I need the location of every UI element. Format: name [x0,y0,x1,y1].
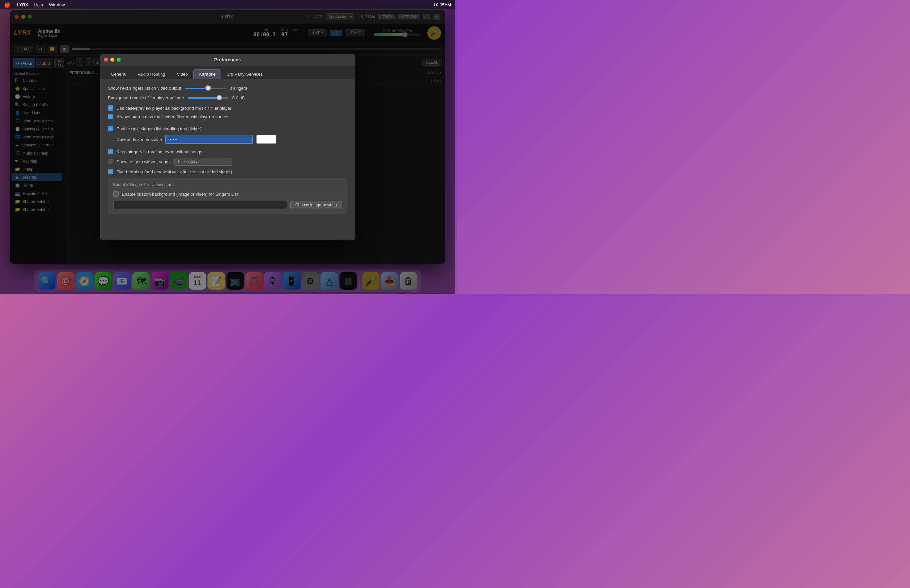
karaoke-singers-box: Karaoke Singers List video output Enable… [108,178,347,214]
custom-ticker-row: Custom ticker message [117,135,347,144]
use-case-label: Use case/preview player as background mu… [117,105,232,111]
menubar: 🍎 LYRX Help Window 10:05AM [0,0,455,10]
custom-ticker-label: Custom ticker message [117,137,162,142]
keep-singers-checkbox[interactable]: ✓ [108,149,113,154]
prefs-close-button[interactable] [104,58,108,62]
color-swatch[interactable] [256,135,277,144]
bg-music-row: Background music / filler player volume … [108,95,347,100]
show-next-singers-row: Show next singers list on video output 3… [108,86,347,91]
always-start-row: ✓ Always start a new track when filler m… [108,114,347,119]
always-start-checkbox[interactable]: ✓ [108,114,113,119]
help-menu[interactable]: Help [34,2,43,7]
bg-music-value: 0.0 dB [232,95,253,100]
preferences-dialog: Preferences General Audio Routing Video … [100,54,355,240]
use-case-checkbox[interactable]: ✓ [108,105,113,111]
prefs-fullscreen-button[interactable] [117,58,121,62]
show-without-checkbox[interactable] [108,159,113,164]
tab-video[interactable]: Video [171,69,193,79]
tab-3rd-party[interactable]: 3rd Party Services [221,69,268,79]
pick-a-song-input[interactable] [174,158,232,166]
enable-ticker-checkbox[interactable]: ✓ [108,126,113,131]
app-menu[interactable]: LYRX [17,2,28,7]
enable-ticker-label: Enable next singers list scrolling text … [117,126,202,131]
use-case-row: ✓ Use case/preview player as background … [108,105,347,111]
show-next-label: Show next singers list on video output [108,86,181,91]
show-next-slider[interactable] [185,88,226,89]
modal-overlay: Preferences General Audio Routing Video … [0,0,455,294]
prefs-title: Preferences [214,57,241,63]
enable-bg-row: Enable custom background (image or video… [113,191,342,197]
window-menu[interactable]: Window [49,2,65,7]
fixed-rotation-label: Fixed rotation (add a new singer after t… [117,170,232,174]
tab-karaoke[interactable]: Karaoke [193,69,221,79]
fixed-rotation-checkbox[interactable]: ✓ [108,169,113,174]
enable-bg-label: Enable custom background (image or video… [122,192,238,197]
file-chooser-row: Choose image or video [113,200,342,209]
keep-singers-label: Keep singers in rotation, even without s… [117,149,202,154]
apple-menu[interactable]: 🍎 [4,2,11,8]
menubar-time: 10:05AM [434,2,451,7]
choose-image-button[interactable]: Choose image or video [290,200,342,209]
custom-ticker-input[interactable] [165,135,253,144]
checkmark-icon-2: ✓ [109,115,112,119]
show-without-row: Show singers without songs [108,158,347,166]
prefs-minimize-button[interactable] [110,58,114,62]
keep-singers-row: ✓ Keep singers in rotation, even without… [108,149,347,154]
karaoke-singers-header: Karaoke Singers List video output [113,183,342,187]
tab-audio-routing[interactable]: Audio Routing [132,69,171,79]
file-path-input[interactable] [113,201,287,209]
prefs-body: Show next singers list on video output 3… [100,79,355,240]
show-next-value: 3 singers [230,86,250,91]
prefs-titlebar: Preferences [100,54,355,66]
checkmark-icon-3: ✓ [109,127,112,131]
enable-ticker-row: ✓ Enable next singers list scrolling tex… [108,126,347,131]
always-start-label: Always start a new track when filler mus… [117,114,228,119]
enable-bg-checkbox[interactable] [113,191,119,197]
bg-music-label: Background music / filler player volume [108,95,184,100]
fixed-rotation-row: ✓ Fixed rotation (add a new singer after… [108,169,347,174]
checkmark-icon-5: ✓ [109,170,112,174]
show-without-label: Show singers without songs [117,159,171,164]
tab-general[interactable]: General [105,69,132,79]
checkmark-icon-4: ✓ [109,150,112,154]
checkmark-icon: ✓ [109,106,112,110]
bg-music-slider[interactable] [188,97,228,99]
prefs-traffic-lights [104,58,121,62]
prefs-tabs: General Audio Routing Video Karaoke 3rd … [100,66,355,79]
